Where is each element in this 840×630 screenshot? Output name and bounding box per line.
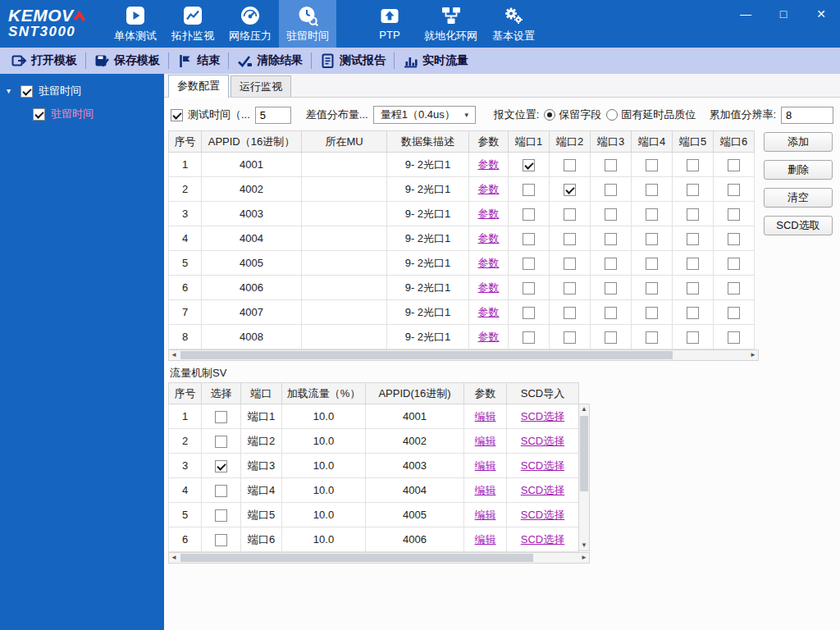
column-header[interactable]: SCD导入 [507,383,579,404]
scrollbar-thumb[interactable] [180,351,673,359]
port-3-checkbox[interactable] [605,233,617,245]
port-3-checkbox[interactable] [605,184,617,196]
port-6-checkbox[interactable] [728,159,740,171]
tree-root-checkbox[interactable] [21,85,33,98]
tree-expander-icon[interactable]: ▾ [7,87,15,95]
nav-basic-settings[interactable]: 基本设置 [485,0,542,48]
port-3-checkbox[interactable] [605,208,617,221]
scroll-left-icon[interactable]: ◄ [169,350,179,360]
port-1-checkbox[interactable] [523,233,535,245]
param-link[interactable]: 参数 [478,158,500,171]
port-6-checkbox[interactable] [728,258,740,270]
close-button[interactable]: ✕ [812,7,830,21]
open-template-button[interactable]: 打开模板 [3,48,85,74]
port-6-checkbox[interactable] [728,233,740,245]
port-2-checkbox[interactable] [564,331,576,344]
port-5-checkbox[interactable] [687,307,699,319]
nav-local-ring-network[interactable]: 就地化环网 [417,0,485,48]
port-5-checkbox[interactable] [687,258,699,270]
realtime-traffic-button[interactable]: 实时流量 [395,48,477,74]
port-5-checkbox[interactable] [687,233,699,245]
param-link[interactable]: 参数 [478,208,500,220]
select-checkbox[interactable] [215,509,227,522]
nav-single-test[interactable]: 单体测试 [107,0,164,48]
param-link[interactable]: 参数 [478,331,500,343]
scd-select-link[interactable]: SCD选择 [521,459,564,472]
column-header[interactable]: 端口1 [509,131,550,153]
select-checkbox[interactable] [215,460,227,472]
save-template-button[interactable]: 保存模板 [86,48,168,74]
column-header[interactable]: 端口3 [591,131,632,153]
range-select[interactable]: 量程1（0.4us） ▼ [373,106,476,124]
nav-topology-monitor[interactable]: 拓扑监视 [164,0,221,48]
clear-button[interactable]: 清空 [764,188,833,208]
port-4-checkbox[interactable] [646,282,658,294]
column-header[interactable]: 数据集描述 [387,131,469,153]
port-3-checkbox[interactable] [605,159,617,171]
scrollbar-thumb[interactable] [180,554,533,562]
radio-fixed-delay-quality[interactable]: 固有延时品质位 [606,107,696,122]
port-2-checkbox[interactable] [564,159,576,171]
edit-link[interactable]: 编辑 [475,533,496,546]
edit-link[interactable]: 编辑 [475,459,496,472]
main-table-hscrollbar[interactable]: ◄ ► [168,349,759,361]
tab-run-monitor[interactable]: 运行监视 [231,75,291,97]
port-1-checkbox[interactable] [523,159,535,171]
scd-select-link[interactable]: SCD选择 [521,410,564,422]
accum-resolution-input[interactable] [781,107,833,124]
port-6-checkbox[interactable] [728,208,740,221]
scrollbar-thumb[interactable] [580,416,588,491]
port-6-checkbox[interactable] [728,331,740,344]
scd-select-link[interactable]: SCD选择 [521,484,564,496]
scd-pick-button[interactable]: SCD选取 [764,216,833,235]
test-time-input[interactable] [255,107,291,124]
delete-button[interactable]: 删除 [764,160,833,180]
edit-link[interactable]: 编辑 [475,484,496,496]
nav-residence-time[interactable]: 驻留时间 [279,0,336,48]
column-header[interactable]: 端口4 [632,131,673,153]
port-1-checkbox[interactable] [523,184,535,196]
port-3-checkbox[interactable] [605,307,617,319]
port-5-checkbox[interactable] [687,282,699,294]
sv-table-hscrollbar[interactable]: ◄ ► [168,552,590,564]
port-4-checkbox[interactable] [646,233,658,245]
maximize-button[interactable]: □ [774,7,792,21]
column-header[interactable]: 选择 [202,383,241,404]
port-1-checkbox[interactable] [523,208,535,221]
clear-results-button[interactable]: 清除结果 [229,48,311,74]
scd-select-link[interactable]: SCD选择 [521,509,564,521]
nav-ptp[interactable]: PTP [363,0,417,48]
port-2-checkbox[interactable] [564,233,576,245]
nav-network-pressure[interactable]: 网络压力 [221,0,279,48]
column-header[interactable]: 参数 [469,131,509,153]
port-2-checkbox[interactable] [564,184,576,196]
port-6-checkbox[interactable] [728,282,740,294]
port-2-checkbox[interactable] [564,208,576,221]
port-5-checkbox[interactable] [687,159,699,171]
scd-select-link[interactable]: SCD选择 [521,533,564,546]
scroll-left-icon[interactable]: ◄ [169,553,179,563]
tree-child-checkbox[interactable] [33,108,45,121]
scroll-right-icon[interactable]: ► [579,553,589,563]
minimize-button[interactable]: — [737,7,755,21]
port-6-checkbox[interactable] [728,307,740,319]
column-header[interactable]: APPID(16进制) [366,383,464,404]
radio-reserved-field[interactable]: 保留字段 [544,107,601,122]
select-checkbox[interactable] [215,411,227,423]
scroll-down-icon[interactable]: ▼ [579,541,589,550]
port-4-checkbox[interactable] [646,208,658,221]
port-1-checkbox[interactable] [523,258,535,270]
port-6-checkbox[interactable] [728,184,740,196]
param-link[interactable]: 参数 [478,281,500,294]
port-4-checkbox[interactable] [646,331,658,344]
column-header[interactable]: 端口6 [714,131,755,153]
param-link[interactable]: 参数 [478,183,500,195]
column-header[interactable]: 端口5 [673,131,714,153]
test-report-button[interactable]: 测试报告 [312,48,394,74]
column-header[interactable]: 序号 [169,383,202,404]
port-4-checkbox[interactable] [646,307,658,319]
column-header[interactable]: APPID（16进制） [202,131,302,153]
edit-link[interactable]: 编辑 [475,410,496,422]
scroll-right-icon[interactable]: ► [748,350,758,360]
scroll-up-icon[interactable]: ▲ [579,404,589,414]
